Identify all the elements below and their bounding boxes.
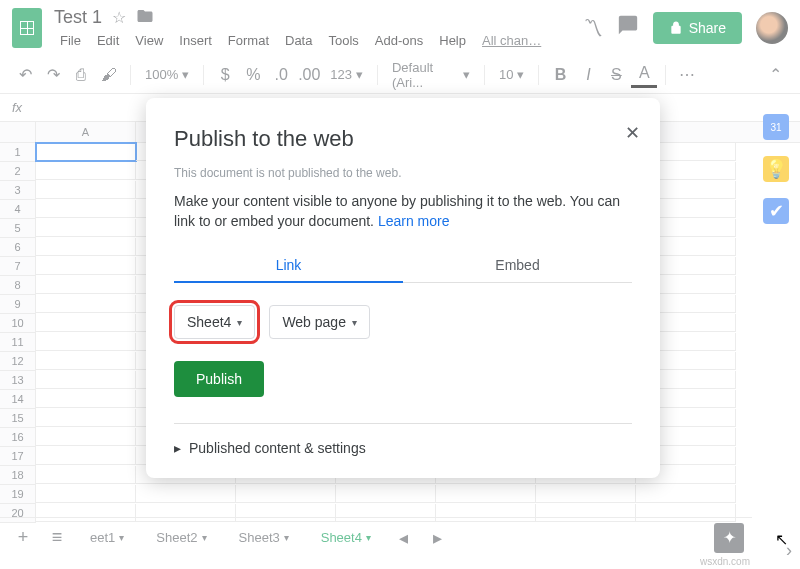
- learn-more-link[interactable]: Learn more: [378, 213, 450, 229]
- publish-dialog: Publish to the web ✕ This document is no…: [146, 98, 660, 478]
- chevron-down-icon: ▾: [237, 317, 242, 328]
- chevron-right-icon: ▸: [174, 440, 181, 456]
- chevron-down-icon: ▾: [352, 317, 357, 328]
- close-icon[interactable]: ✕: [625, 122, 640, 144]
- publish-button[interactable]: Publish: [174, 361, 264, 397]
- format-select[interactable]: Web page▾: [269, 305, 370, 339]
- dialog-desc: Make your content visible to anyone by p…: [174, 192, 632, 231]
- tab-embed[interactable]: Embed: [403, 249, 632, 282]
- cursor-icon: ↖: [775, 530, 788, 549]
- dialog-title: Publish to the web: [174, 126, 632, 152]
- tab-link[interactable]: Link: [174, 249, 403, 283]
- dialog-note: This document is not published to the we…: [174, 166, 632, 180]
- sheet-select[interactable]: Sheet4▾: [174, 305, 255, 339]
- expand-settings[interactable]: ▸ Published content & settings: [174, 440, 632, 456]
